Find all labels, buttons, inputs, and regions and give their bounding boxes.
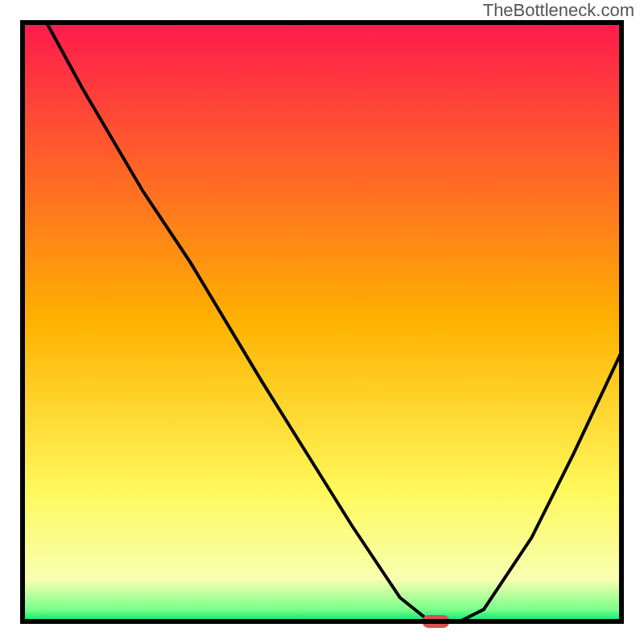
gradient-background: [23, 23, 621, 621]
plot-area: [23, 23, 621, 628]
watermark: TheBottleneck.com: [483, 0, 634, 21]
chart-container: TheBottleneck.com: [0, 0, 644, 644]
bottleneck-chart: [0, 0, 644, 644]
